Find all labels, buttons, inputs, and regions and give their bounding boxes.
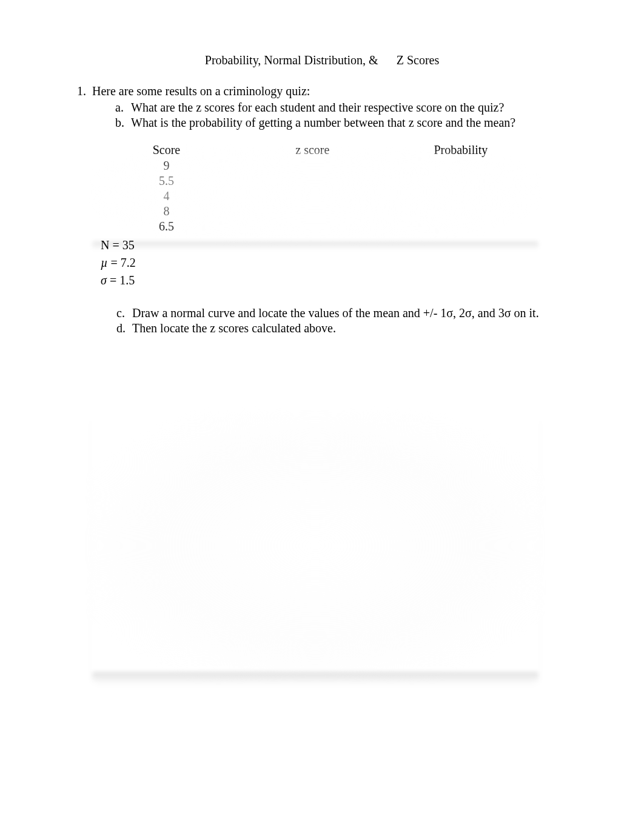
table-header-row: Score z score Probability — [93, 142, 536, 158]
score-table: Score z score Probability 9 5.5 4 — [93, 142, 536, 234]
stat-n: N = 35 — [101, 236, 571, 254]
cell-score: 8 — [93, 204, 240, 219]
box-shadow — [92, 672, 538, 682]
title-right: Z Scores — [397, 53, 440, 67]
q1-c-text: Draw a normal curve and locate the value… — [132, 306, 571, 320]
cell-z — [240, 219, 386, 234]
cell-z — [240, 189, 386, 204]
cell-score: 4 — [93, 189, 240, 204]
cell-z — [240, 204, 386, 219]
table-row: 9 — [93, 158, 536, 173]
sigma-value: = 1.5 — [107, 273, 135, 287]
header-zscore: z score — [240, 142, 386, 158]
table-row: 8 — [93, 204, 536, 219]
q1-c-letter: c. — [116, 306, 132, 320]
mu-value: = 7.2 — [108, 256, 136, 269]
cell-prob — [386, 204, 536, 219]
q1-b-text: What is the probability of getting a num… — [131, 116, 571, 130]
cell-z — [240, 158, 386, 173]
header-score: Score — [93, 142, 240, 158]
drawing-area — [93, 346, 536, 601]
q1-a-text: What are the z scores for each student a… — [131, 101, 571, 115]
q1-b-letter: b. — [115, 116, 131, 130]
cell-prob — [386, 173, 536, 189]
table-row: 5.5 — [93, 173, 536, 189]
cell-prob — [386, 219, 536, 234]
q1-d-letter: d. — [116, 321, 132, 335]
title-left: Probability, Normal Distribution, & — [205, 53, 378, 67]
q1-part-d: d. Then locate the z scores calculated a… — [116, 321, 571, 335]
cell-score: 5.5 — [93, 173, 240, 189]
cell-prob — [386, 189, 536, 204]
question-1: 1. Here are some results on a criminolog… — [73, 84, 571, 131]
cell-score: 9 — [93, 158, 240, 173]
stat-sigma: σ = 1.5 — [101, 272, 571, 289]
q1-stem: Here are some results on a criminology q… — [92, 84, 571, 98]
page-title: Probability, Normal Distribution, & Z Sc… — [73, 53, 571, 67]
q1-number: 1. — [73, 84, 92, 131]
cell-z — [240, 173, 386, 189]
header-probability: Probability — [386, 142, 536, 158]
q1-a-letter: a. — [115, 101, 131, 115]
cell-score: 6.5 — [93, 219, 240, 234]
stat-mu: µ = 7.2 — [101, 254, 571, 272]
q1-part-b: b. What is the probability of getting a … — [115, 116, 571, 130]
summary-stats: N = 35 µ = 7.2 σ = 1.5 — [101, 236, 571, 289]
q1-part-a: a. What are the z scores for each studen… — [115, 101, 571, 115]
table-row: 6.5 — [93, 219, 536, 234]
q1-d-text: Then locate the z scores calculated abov… — [132, 321, 571, 335]
q1-part-c: c. Draw a normal curve and locate the va… — [116, 306, 571, 320]
sigma-symbol: σ — [101, 273, 107, 287]
mu-symbol: µ — [101, 256, 108, 269]
table-row: 4 — [93, 189, 536, 204]
cell-prob — [386, 158, 536, 173]
